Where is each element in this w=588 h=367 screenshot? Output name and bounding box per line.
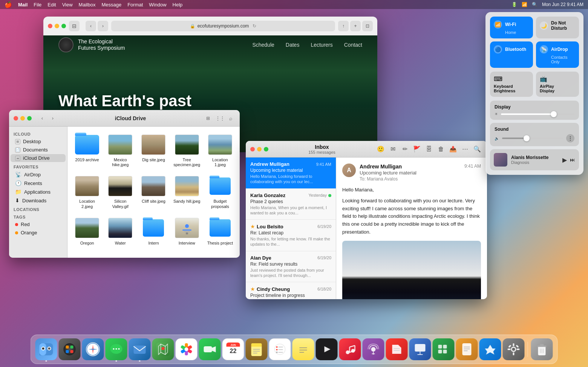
sidebar-item-airdrop[interactable]: 📡 AirDrop <box>11 170 66 179</box>
sound-options-button[interactable]: ⋮ <box>566 134 574 142</box>
flag-button[interactable]: 🚩 <box>412 144 422 154</box>
menubar-mailbox[interactable]: Mailbox <box>79 2 96 8</box>
more-actions-button[interactable]: ⋯ <box>460 144 470 154</box>
sidebar-item-desktop[interactable]: ▦ Desktop <box>11 138 66 145</box>
skip-forward-button[interactable]: ⏭ <box>570 157 575 163</box>
dock-icon-music[interactable] <box>339 338 361 360</box>
file-item-sandy[interactable]: Sandy hill.jpeg <box>172 173 202 211</box>
search-icon[interactable]: 🔍 <box>532 2 537 7</box>
dock-icon-trash[interactable] <box>531 338 553 360</box>
dock-icon-launchpad[interactable] <box>59 338 81 360</box>
close-button[interactable] <box>48 24 52 28</box>
mail-maximize-button[interactable] <box>264 147 268 151</box>
mail-search-button[interactable]: 🔍 <box>472 144 482 154</box>
dock-icon-notes-app[interactable] <box>246 338 268 360</box>
move-button[interactable]: 📤 <box>448 144 458 154</box>
display-slider-thumb[interactable] <box>551 111 557 117</box>
display-slider[interactable] <box>501 113 574 115</box>
dock-icon-messages[interactable] <box>106 338 127 360</box>
dock-icon-news[interactable] <box>386 338 408 360</box>
sidebar-tag-red[interactable]: Red <box>11 220 66 228</box>
menubar-message[interactable]: Message <box>101 2 121 8</box>
emoji-button[interactable]: 🙂 <box>375 144 386 154</box>
show-tabs-button[interactable]: ⊡ <box>362 21 373 31</box>
dock-icon-facetime[interactable] <box>199 338 221 360</box>
dock-icon-safari[interactable] <box>82 338 104 360</box>
cc-wifi-tile[interactable]: 📶 Wi-Fi Home <box>490 17 533 38</box>
back-button[interactable]: ‹ <box>86 21 96 31</box>
cc-bluetooth-tile[interactable]: 🔵 Bluetooth <box>490 41 533 68</box>
mail-minimize-button[interactable] <box>257 147 262 151</box>
mail-close-button[interactable] <box>250 147 255 151</box>
finder-minimize-button[interactable] <box>20 116 25 121</box>
finder-forward-button[interactable]: › <box>48 114 57 123</box>
mail-message-4[interactable]: Alan Dye 6/19/20 Re: Field survey result… <box>246 251 336 283</box>
mail-message-1[interactable]: Andrew Mulligan 9:41 AM Upcoming lecture… <box>246 158 336 189</box>
cc-dnd-tile[interactable]: 🌙 Do NotDisturb <box>536 17 579 38</box>
file-item-budget[interactable]: Budget proposals <box>205 173 235 211</box>
finder-maximize-button[interactable] <box>27 116 32 121</box>
file-item-digsite[interactable]: Dig site.jpeg <box>138 131 168 170</box>
file-item-silicon[interactable]: Silicon Valley.gif <box>105 173 135 211</box>
sidebar-item-icloud[interactable]: ☁ iCloud Drive <box>11 154 66 162</box>
mail-message-3[interactable]: ★ Lou Belsito 6/19/20 Re: Latest recap N… <box>246 220 336 251</box>
sidebar-item-applications[interactable]: 📁 Applications <box>11 188 66 196</box>
dock-icon-podcasts[interactable] <box>363 338 384 360</box>
file-item-water[interactable]: Water <box>105 214 135 248</box>
file-item-interview[interactable]: Interview <box>172 214 202 248</box>
site-nav-contact[interactable]: Contact <box>344 42 362 48</box>
sidebar-item-recents[interactable]: 🕐 Recents <box>11 179 66 187</box>
archive-button[interactable]: 🗄 <box>424 144 434 154</box>
share-button[interactable]: ↑ <box>338 21 349 31</box>
menubar-view[interactable]: View <box>62 2 73 8</box>
dock-icon-calendar[interactable]: JUN 22 <box>222 338 244 360</box>
dock-icon-photos[interactable] <box>176 338 198 360</box>
sidebar-item-downloads[interactable]: ⬇ Downloads <box>11 196 66 205</box>
file-item-oregon[interactable]: Oregon <box>72 214 102 248</box>
finder-view-button[interactable]: ⊞ <box>204 114 213 123</box>
file-item-location1[interactable]: Location 1.jpeg <box>205 131 235 170</box>
file-item-intern[interactable]: Intern <box>138 214 168 248</box>
menubar-app[interactable]: Mail <box>18 2 28 8</box>
dock-icon-pages[interactable] <box>456 338 478 360</box>
url-bar[interactable]: 🔒 ecofuturesymposium.com ↻ <box>111 21 335 31</box>
menubar-file[interactable]: File <box>34 2 41 8</box>
menubar-help[interactable]: Help <box>173 2 183 8</box>
finder-back-button[interactable]: ‹ <box>38 114 47 123</box>
edit-button[interactable]: ✏ <box>400 144 410 154</box>
cc-airplay-tile[interactable]: 📺 AirPlayDisplay <box>536 72 579 97</box>
maximize-button[interactable] <box>61 24 66 28</box>
dock-icon-reminders[interactable] <box>269 338 291 360</box>
file-item-thesis[interactable]: Thesis project <box>205 214 235 248</box>
mail-message-5[interactable]: ★ Cindy Cheung 6/18/20 Project timeline … <box>246 282 336 299</box>
dock-icon-sysprefs[interactable] <box>503 338 525 360</box>
site-nav-schedule[interactable]: Schedule <box>252 42 274 48</box>
sidebar-item-documents[interactable]: 📄 Documents <box>11 146 66 154</box>
file-item-tree[interactable]: Tree specimen.jpeg <box>172 131 202 170</box>
menubar-edit[interactable]: Edit <box>47 2 56 8</box>
dock-icon-notes[interactable] <box>292 338 314 360</box>
sidebar-toggle-button[interactable]: ⊟ <box>69 21 80 31</box>
forward-button[interactable]: › <box>98 21 108 31</box>
cc-airdrop-tile[interactable]: 📡 AirDrop Contacts Only <box>536 41 579 68</box>
file-item-cliff[interactable]: Cliff site.jpeg <box>138 173 168 211</box>
menubar-window[interactable]: Window <box>149 2 166 8</box>
sound-slider-thumb[interactable] <box>524 135 530 141</box>
compose-button[interactable]: ✉ <box>387 144 398 154</box>
file-item-2019archive[interactable]: 2019 archive <box>72 131 102 170</box>
minimize-button[interactable] <box>55 24 59 28</box>
dock-icon-appstore[interactable] <box>479 338 501 360</box>
sidebar-tag-orange[interactable]: Orange <box>11 229 66 237</box>
dock-icon-keynote[interactable] <box>409 338 431 360</box>
finder-close-button[interactable] <box>14 116 18 121</box>
file-item-location2[interactable]: Location 2.jpeg <box>72 173 102 211</box>
site-nav-dates[interactable]: Dates <box>286 42 300 48</box>
dock-icon-finder[interactable] <box>35 338 57 360</box>
menubar-format[interactable]: Format <box>127 2 143 8</box>
finder-more-options[interactable]: ⋮⋮ <box>216 114 225 123</box>
site-nav-lecturers[interactable]: Lecturers <box>311 42 332 48</box>
file-item-mexico[interactable]: Mexico hike.jpeg <box>105 131 135 170</box>
dock-icon-appletv[interactable] <box>316 338 338 360</box>
apple-menu[interactable]: 🍎 <box>5 1 12 8</box>
dock-icon-mail[interactable] <box>129 338 151 360</box>
